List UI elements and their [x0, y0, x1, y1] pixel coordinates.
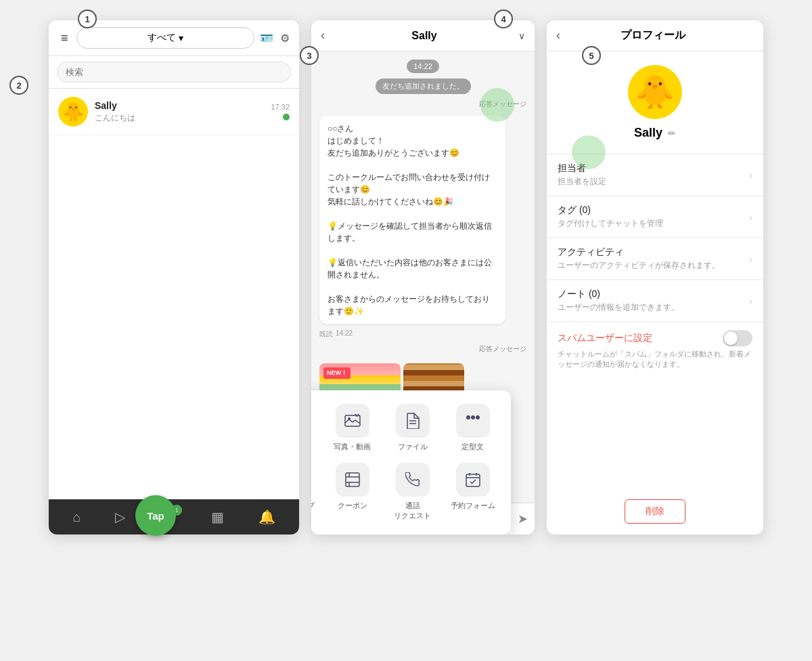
activity-chevron-icon: ›: [749, 254, 752, 265]
nav-bell[interactable]: 🔔: [258, 509, 275, 525]
nav-home[interactable]: ⌂: [72, 509, 81, 525]
chat-meta: 17:32: [271, 103, 290, 120]
chat-name: Sally: [95, 100, 271, 111]
spam-toggle[interactable]: [723, 330, 752, 346]
notes-chevron-icon: ›: [749, 296, 752, 306]
all-tab-button[interactable]: すべて ▾: [76, 27, 254, 49]
svg-point-6: [466, 415, 470, 419]
photo-icon: [336, 404, 369, 438]
bell-icon: 🔔: [258, 509, 275, 525]
toggle-knob: [724, 332, 738, 345]
coupon-label: クーポン: [338, 501, 367, 511]
auto-reply-label-2: 応答メッセージ: [319, 344, 526, 354]
notes-sub: ユーザーの情報を追加できます。: [558, 302, 749, 313]
highlight-circle-chat: [572, 135, 606, 169]
notes-content: ノート (0) ユーザーの情報を追加できます。: [558, 288, 749, 313]
time-label-1: 14:22: [336, 329, 353, 339]
online-indicator: [283, 114, 290, 120]
send-button[interactable]: ➤: [518, 511, 528, 526]
chat-item[interactable]: 🐥 Sally こんにちは 17:32: [49, 89, 299, 135]
profile-back-button[interactable]: ‹: [556, 28, 560, 43]
auto-reply-bubble: ○○さんはじめまして！友だち追加ありがとうございます😊 このトークルームでお問い…: [319, 116, 505, 324]
svg-point-7: [471, 415, 475, 419]
activity-content: アクティビティ ユーザーのアクティビティが保存されます。: [558, 246, 749, 271]
annotation-2: 2: [9, 76, 28, 95]
attach-coupon[interactable]: クーポン: [328, 463, 377, 521]
call-icon: [396, 463, 430, 497]
annotation-3: 3: [300, 46, 319, 65]
header-icons: 🪪 ⚙: [260, 32, 290, 45]
delete-button[interactable]: 削除: [625, 499, 685, 524]
activity-sub: ユーザーのアクティビティが保存されます。: [558, 260, 749, 271]
template-label: 定型文: [461, 442, 484, 452]
play-icon: ▷: [115, 509, 125, 525]
tags-chevron-icon: ›: [749, 212, 752, 223]
attach-reservation[interactable]: 予約フォーム: [448, 463, 497, 521]
delete-section: 削除: [547, 488, 763, 534]
photo-label: 写真・動画: [334, 442, 371, 452]
chart-icon: ▦: [211, 509, 224, 525]
card-label: カードタイプメッセージ: [311, 501, 315, 521]
section-tags[interactable]: タグ (0) タグ付けしてチャットを管理 ›: [547, 196, 763, 237]
nav-play[interactable]: ▷: [115, 509, 125, 525]
attach-call[interactable]: 通話リクエスト: [388, 463, 437, 521]
profile-content: 🐥 Sally ✏ 担当者 担当者を設定 › タグ (0) タグ付けしてチャット…: [547, 51, 763, 534]
attach-template[interactable]: 定型文: [448, 404, 497, 452]
tab-chevron: ▾: [179, 32, 183, 43]
activity-title: アクティビティ: [558, 246, 749, 258]
profile-name: Sally: [634, 126, 662, 140]
read-label-1: 既読: [319, 329, 333, 339]
profile-panel: ‹ プロフィール 🐥 Sally ✏ 担当者 担当者を設定 › タグ: [547, 20, 763, 534]
tags-content: タグ (0) タグ付けしてチャットを管理: [558, 204, 749, 229]
svg-rect-17: [466, 474, 480, 486]
svg-rect-12: [346, 473, 359, 486]
svg-point-8: [476, 415, 480, 419]
notes-title: ノート (0): [558, 288, 749, 300]
section-notes[interactable]: ノート (0) ユーザーの情報を追加できます。 ›: [547, 279, 763, 321]
profile-header: ‹ プロフィール: [547, 20, 763, 51]
file-icon: [396, 404, 430, 438]
tags-sub: タグ付けしてチャットを管理: [558, 218, 749, 229]
annotation-1: 1: [78, 9, 97, 28]
tab-label: すべて: [148, 32, 176, 44]
attachment-panel: カメラ 写真・動画: [311, 390, 511, 534]
spam-row: スパムユーザーに設定: [558, 330, 752, 346]
hamburger-button[interactable]: ≡: [58, 28, 71, 48]
tap-button[interactable]: Tap: [135, 495, 176, 536]
system-time: 14:22: [319, 60, 526, 73]
template-icon: [456, 404, 490, 438]
back-button[interactable]: ‹: [321, 28, 325, 43]
attach-photo[interactable]: 写真・動画: [328, 404, 377, 452]
friend-added-label: 友だち追加されました。: [376, 78, 471, 94]
add-contact-icon[interactable]: 🪪: [260, 32, 273, 45]
attach-file[interactable]: ファイル: [388, 404, 437, 452]
chat-list-panel: ≡ すべて ▾ 🪪 ⚙ 🐥 Sally こんにちは 17:32: [49, 20, 299, 534]
assignee-chevron-icon: ›: [749, 170, 752, 181]
tags-title: タグ (0): [558, 204, 749, 216]
chat-time: 17:32: [271, 103, 290, 111]
attach-camera[interactable]: カメラ: [311, 404, 317, 452]
attach-card[interactable]: カードタイプメッセージ: [311, 463, 317, 521]
spam-title: スパムユーザーに設定: [558, 332, 652, 344]
chat-title: Sally: [330, 30, 518, 42]
chat-info: Sally こんにちは: [95, 100, 271, 124]
search-input[interactable]: [57, 62, 291, 83]
screen-wrapper: 1 2 3 4 5 ≡ すべて ▾ 🪪 ⚙ 🐥 Sally: [0, 0, 812, 661]
profile-avatar: 🐥: [628, 65, 682, 119]
search-bar: [49, 56, 299, 89]
system-time-label: 14:22: [407, 60, 439, 73]
assignee-sub: 担当者を設定: [558, 176, 749, 187]
chevron-down-button[interactable]: ∨: [518, 30, 525, 41]
chat-preview: こんにちは: [95, 112, 271, 124]
file-label: ファイル: [398, 442, 428, 452]
empty-space: [49, 135, 299, 499]
spam-section: スパムユーザーに設定 チャットルームが「スパム」フォルダに移動され、新着メッセー…: [547, 321, 763, 378]
settings-icon[interactable]: ⚙: [280, 32, 290, 45]
svg-point-3: [348, 417, 351, 420]
edit-name-icon[interactable]: ✏: [668, 128, 676, 139]
read-time-1: 既読 14:22: [319, 329, 526, 339]
duck-icon: 🐥: [62, 103, 84, 120]
section-activity[interactable]: アクティビティ ユーザーのアクティビティが保存されます。 ›: [547, 237, 763, 279]
coupon-icon: [336, 463, 369, 497]
nav-chart[interactable]: ▦: [211, 509, 224, 525]
